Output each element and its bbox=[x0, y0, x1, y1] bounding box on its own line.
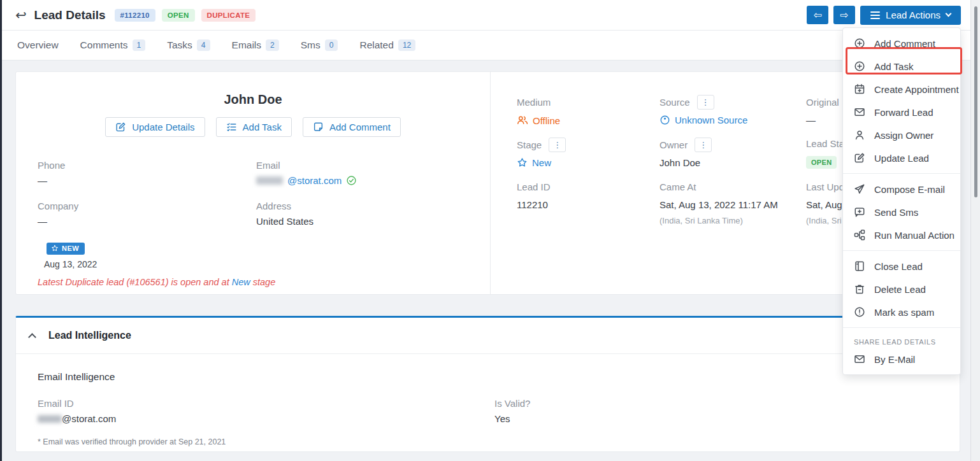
menu-item-assign-owner[interactable]: Assign Owner bbox=[843, 124, 960, 146]
medium-label: Medium bbox=[517, 97, 551, 108]
lead-action-buttons: Update Details Add Task Add Comment bbox=[16, 117, 490, 137]
tab-overview[interactable]: Overview bbox=[17, 39, 59, 51]
lead-intelligence-header[interactable]: Lead Intelligence bbox=[16, 318, 960, 354]
lead-intelligence-card: Lead Intelligence Email Intelligence Ema… bbox=[15, 316, 960, 452]
owner-menu-button[interactable]: ⋮ bbox=[695, 138, 712, 152]
source-cell: Source ⋮ Unknown Source bbox=[659, 95, 747, 125]
stage-menu-button[interactable]: ⋮ bbox=[549, 138, 566, 152]
email-id-label: Email ID bbox=[38, 398, 116, 409]
original-cell: Original — bbox=[806, 95, 839, 125]
stage-cell: Stage ⋮ New bbox=[517, 138, 566, 168]
flow-icon bbox=[854, 229, 865, 241]
owner-label: Owner bbox=[659, 139, 688, 150]
redacted-email-prefix bbox=[38, 415, 62, 423]
menu-item-forward-lead[interactable]: Forward Lead bbox=[843, 101, 960, 124]
menu-item-add-comment[interactable]: Add Comment bbox=[843, 32, 960, 55]
email-id-value: @storat.com bbox=[62, 413, 116, 424]
came-at-value: Sat, Aug 13, 2022 11:17 AM bbox=[659, 199, 778, 210]
note-icon bbox=[313, 122, 324, 132]
medium-cell: Medium Offline bbox=[517, 95, 560, 126]
phone-field: Phone — bbox=[38, 160, 65, 186]
stage-date: Aug 13, 2022 bbox=[44, 259, 97, 269]
menu-item-run-manual-action[interactable]: Run Manual Action bbox=[843, 223, 960, 246]
lead-actions-button[interactable]: Lead Actions bbox=[860, 6, 961, 25]
lead-status-label: Lead Sta bbox=[806, 138, 844, 149]
tab-emails[interactable]: Emails2 bbox=[232, 39, 279, 51]
source-menu-button[interactable]: ⋮ bbox=[697, 95, 714, 110]
came-at-timezone: (India, Sri Lanka Time) bbox=[659, 216, 778, 225]
lead-id-cell: Lead ID 112210 bbox=[517, 180, 551, 210]
open-status-badge: OPEN bbox=[162, 9, 195, 22]
plus-circle-icon bbox=[854, 60, 865, 72]
stage-value[interactable]: New bbox=[532, 157, 551, 168]
is-valid-value: Yes bbox=[494, 413, 530, 424]
company-label: Company bbox=[38, 201, 78, 211]
alert-circle-icon bbox=[854, 306, 865, 318]
related-count-badge: 12 bbox=[398, 39, 415, 51]
tab-tasks[interactable]: Tasks4 bbox=[167, 39, 210, 51]
tab-sms[interactable]: Sms0 bbox=[301, 39, 338, 51]
owner-cell: Owner ⋮ John Doe bbox=[659, 138, 712, 168]
tab-comments[interactable]: Comments1 bbox=[80, 39, 146, 51]
chat-plus-icon bbox=[854, 206, 865, 218]
phone-value: — bbox=[38, 175, 65, 186]
redacted-email-prefix bbox=[256, 176, 283, 185]
last-updated-label: Last Upd bbox=[806, 181, 844, 192]
circle-dot-icon bbox=[659, 115, 670, 125]
add-comment-button[interactable]: Add Comment bbox=[303, 117, 401, 137]
came-at-label: Came At bbox=[659, 181, 696, 192]
email-id-field: Email ID @storat.com bbox=[38, 398, 116, 424]
envelope-icon bbox=[854, 106, 865, 118]
previous-lead-button[interactable]: ⇦ bbox=[807, 6, 828, 24]
add-task-button[interactable]: Add Task bbox=[216, 117, 292, 137]
menu-item-update-lead[interactable]: Update Lead bbox=[843, 146, 960, 169]
sms-count-badge: 0 bbox=[325, 39, 338, 51]
duplicate-stage-link[interactable]: New bbox=[232, 277, 250, 287]
chevron-up-icon bbox=[28, 333, 36, 341]
update-details-button[interactable]: Update Details bbox=[105, 117, 205, 137]
email-value[interactable]: @storat.com bbox=[287, 175, 342, 186]
menu-item-add-task[interactable]: Add Task bbox=[843, 55, 960, 78]
menu-item-compose-email[interactable]: Compose E-mail bbox=[843, 178, 960, 201]
tasks-count-badge: 4 bbox=[197, 39, 210, 51]
stage-label: Stage bbox=[517, 139, 542, 150]
stage-new-badge: NEW bbox=[47, 243, 85, 255]
star-icon bbox=[51, 245, 59, 252]
lead-status-cell: Lead Sta OPEN bbox=[806, 136, 844, 169]
original-value: — bbox=[806, 115, 839, 125]
menu-item-delete-lead[interactable]: Delete Lead bbox=[843, 278, 960, 301]
source-value[interactable]: Unknown Source bbox=[675, 115, 747, 125]
menu-item-create-appointment[interactable]: Create Appointment bbox=[843, 78, 960, 101]
company-value: — bbox=[38, 216, 78, 227]
next-lead-button[interactable]: ⇨ bbox=[833, 6, 855, 24]
lead-id-label: Lead ID bbox=[517, 181, 551, 192]
menu-item-close-lead[interactable]: Close Lead bbox=[843, 255, 960, 278]
arrow-left-icon: ⇦ bbox=[813, 9, 821, 21]
scrollbar-thumb[interactable] bbox=[974, 6, 977, 197]
lead-name: John Doe bbox=[16, 92, 490, 107]
checklist-icon bbox=[226, 122, 237, 132]
email-field: Email @storat.com bbox=[256, 160, 357, 186]
address-label: Address bbox=[256, 201, 313, 211]
send-icon bbox=[854, 183, 865, 195]
lead-contact-pane: John Doe Update Details Add Task Add Com… bbox=[16, 72, 490, 294]
journal-icon bbox=[854, 260, 865, 272]
pencil-square-icon bbox=[854, 152, 865, 164]
menu-item-send-sms[interactable]: Send Sms bbox=[843, 201, 960, 223]
menu-item-by-email[interactable]: By E-Mail bbox=[843, 348, 960, 371]
lead-intelligence-title: Lead Intelligence bbox=[48, 330, 131, 341]
lead-id-value: 112210 bbox=[517, 199, 551, 210]
page-title: Lead Details bbox=[34, 8, 106, 22]
source-label: Source bbox=[659, 97, 690, 108]
tab-related[interactable]: Related12 bbox=[359, 39, 415, 51]
emails-count-badge: 2 bbox=[266, 39, 279, 51]
vertical-scrollbar[interactable] bbox=[970, 0, 980, 461]
lead-actions-menu: Add Comment Add Task Create Appointment … bbox=[842, 27, 961, 375]
menu-item-mark-as-spam[interactable]: Mark as spam bbox=[843, 301, 960, 323]
email-label: Email bbox=[256, 160, 357, 171]
plus-circle-icon bbox=[854, 38, 865, 49]
back-arrow-icon[interactable]: ↩ bbox=[15, 8, 27, 22]
envelope-icon bbox=[854, 353, 865, 365]
duplicate-badge: DUPLICATE bbox=[201, 9, 256, 22]
address-field: Address United States bbox=[256, 201, 313, 227]
